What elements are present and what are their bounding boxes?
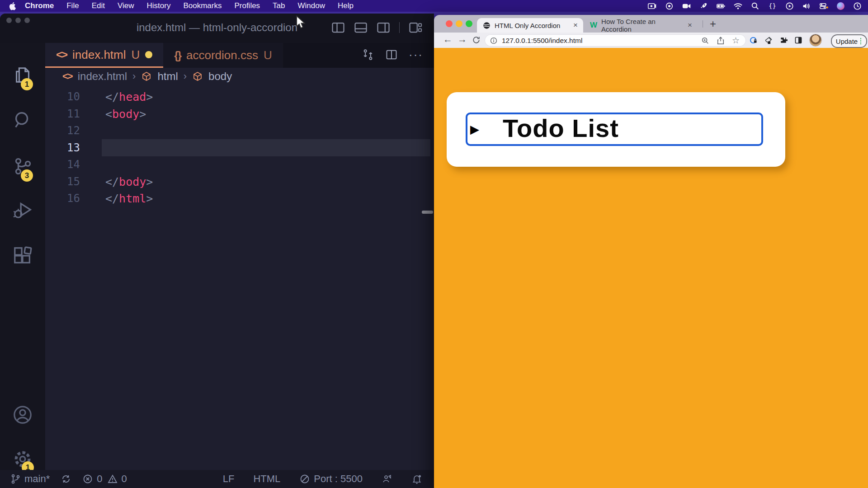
privacy-badge-icon[interactable] [750,36,758,44]
eyedropper-extension-icon[interactable] [764,36,773,44]
menu-edit[interactable]: Edit [92,1,105,10]
line-number: 13 [52,141,80,154]
more-actions-icon[interactable]: ··· [409,52,423,57]
live-server-port-status[interactable]: Port : 5500 [299,473,363,485]
new-tab-button[interactable]: + [710,18,716,30]
css-file-icon: {} [174,49,181,62]
spotlight-search-icon[interactable] [751,2,760,10]
chrome-minimize-button[interactable] [456,20,462,27]
editor-scrollbar-handle[interactable] [422,211,433,214]
extensions-puzzle-icon[interactable] [779,36,788,44]
rocket-icon[interactable] [699,2,708,10]
code-line[interactable]: 10 </head> [0,88,434,105]
warnings-status[interactable]: 0 [107,473,127,485]
account-icon[interactable] [12,404,33,425]
notifications-bell-icon[interactable] [411,474,422,484]
menu-profiles[interactable]: Profiles [234,1,260,10]
breadcrumb-html[interactable]: html [157,70,178,83]
errors-status[interactable]: 0 [82,473,102,485]
menu-view[interactable]: View [118,1,134,10]
compare-changes-icon[interactable] [362,48,374,61]
volume-icon[interactable] [802,2,811,10]
toggle-panel-icon[interactable] [354,21,368,34]
unsaved-dot-icon[interactable] [145,51,152,58]
address-bar[interactable]: 127.0.0.1:5500/index.html ☆ [485,34,746,47]
line-number: 16 [52,192,80,205]
menu-help[interactable]: Help [338,1,354,10]
braces-app-icon[interactable]: {} [768,2,777,10]
editor-actions: ··· [362,48,423,61]
share-icon[interactable] [717,37,725,45]
split-editor-left-icon[interactable] [331,21,345,34]
sync-icon[interactable] [61,474,71,484]
breadcrumb-body[interactable]: body [208,70,232,83]
reload-icon[interactable] [472,36,481,44]
back-icon[interactable]: ← [443,34,453,45]
chrome-toolbar: ← → 127.0.0.1:5500/index.html ☆ [434,33,868,48]
html-file-icon: <> [62,70,72,82]
menu-file[interactable]: File [66,1,79,10]
code-line-current[interactable]: 13 [0,139,434,156]
code-line[interactable]: 12 [0,122,434,139]
chevron-right-icon: › [132,70,136,82]
url-text[interactable]: 127.0.0.1:5500/index.html [502,37,582,45]
symbol-cube-icon [192,71,203,82]
menu-bookmarks[interactable]: Bookmarks [183,1,222,10]
split-editor-icon[interactable] [385,48,398,61]
bookmark-star-icon[interactable]: ☆ [732,36,740,45]
language-status[interactable]: HTML [253,473,280,485]
tab-close-icon[interactable]: × [568,21,583,30]
screen-record-icon[interactable] [648,2,656,10]
git-branch-status[interactable]: main* [10,473,50,485]
siri-icon[interactable] [837,2,844,10]
site-info-icon[interactable] [490,37,497,44]
apple-icon[interactable] [9,1,17,10]
forward-icon[interactable]: → [458,34,467,45]
git-branch-icon [10,474,21,484]
menu-chrome[interactable]: Chrome [25,1,54,10]
code-line[interactable]: 16 </html> [0,190,434,207]
eol-status[interactable]: LF [223,473,235,485]
menu-tab[interactable]: Tab [273,1,285,10]
todo-accordion-summary[interactable]: ▶ Todo List [466,113,763,146]
extensions-icon[interactable] [12,245,33,266]
dark-mode-extension-icon[interactable] [794,36,802,44]
chrome-tab-inactive[interactable]: W How To Create an Accordion × [585,18,698,33]
update-menu-dots-icon [860,38,862,44]
chrome-close-button[interactable] [446,20,453,27]
play-circle-icon[interactable] [785,2,794,10]
code-line[interactable]: 11 <body> [0,105,434,122]
titlebar-divider [399,22,400,33]
clock-icon[interactable] [853,2,862,10]
chrome-zoom-button[interactable] [466,20,472,27]
customize-layout-icon[interactable] [409,21,422,34]
toggle-sidebar-right-icon[interactable] [377,21,390,34]
code-line[interactable]: 14 [0,156,434,173]
line-number: 12 [52,124,80,137]
html-file-icon: <> [56,48,67,61]
chrome-tab-active[interactable]: HTML Only Accordion × [477,18,583,33]
wifi-icon[interactable] [734,2,742,10]
breadcrumb-file[interactable]: index.html [78,70,127,83]
mouse-cursor [295,15,307,29]
error-icon [82,474,93,484]
update-chrome-button[interactable]: Update [831,34,867,48]
profile-avatar[interactable] [809,34,822,47]
zoom-icon[interactable] [701,37,709,45]
menu-history[interactable]: History [146,1,170,10]
code-line[interactable]: 15 </body> [0,173,434,190]
battery-icon[interactable] [717,2,725,10]
chrome-window: HTML Only Accordion × W How To Create an… [434,15,868,488]
feedback-person-icon[interactable] [382,474,392,484]
control-center-icon[interactable] [820,2,828,10]
record-target-icon[interactable] [665,2,674,10]
vscode-titlebar: index.html — html-only-accordion [0,14,434,43]
tab-divider [703,20,703,28]
tab-index-html[interactable]: <> index.html U [45,43,163,68]
tab-close-icon[interactable]: × [682,21,698,30]
menu-window[interactable]: Window [298,1,325,10]
line-number: 14 [52,158,80,171]
video-camera-icon[interactable] [682,2,691,10]
details-marker-icon[interactable]: ▶ [470,122,479,136]
tab-accordion-css[interactable]: {} accordion.css U [163,43,283,68]
